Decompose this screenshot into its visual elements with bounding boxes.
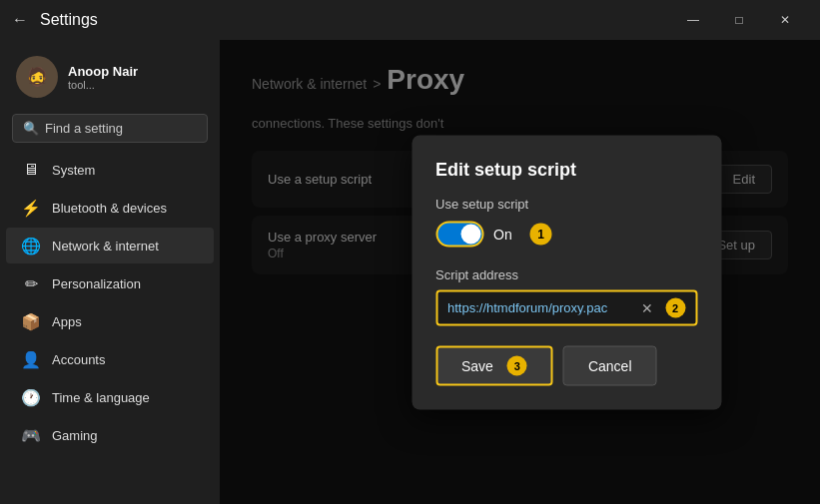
- dialog-title: Edit setup script: [435, 159, 697, 180]
- sidebar-item-system[interactable]: 🖥 System: [6, 152, 214, 188]
- sidebar-item-accounts[interactable]: 👤 Accounts: [6, 341, 214, 377]
- dialog-toggle-state: On: [493, 226, 512, 242]
- script-address-label: Script address: [435, 266, 697, 281]
- edit-setup-script-dialog: Edit setup script Use setup script On 1 …: [411, 135, 721, 409]
- user-account: tool...: [68, 79, 138, 91]
- sidebar-item-gaming[interactable]: 🎮 Gaming: [6, 417, 214, 453]
- sidebar: 🧔 Anoop Nair tool... 🔍 Find a setting 🖥 …: [0, 40, 220, 504]
- maximize-button[interactable]: □: [716, 4, 762, 36]
- step-badge-1: 1: [530, 223, 552, 245]
- sidebar-item-personalization[interactable]: ✏ Personalization: [6, 265, 214, 301]
- avatar: 🧔: [16, 56, 58, 98]
- save-label: Save: [461, 357, 493, 373]
- user-info: Anoop Nair tool...: [68, 64, 138, 91]
- sidebar-item-label: Personalization: [52, 276, 141, 291]
- search-placeholder: Find a setting: [45, 121, 123, 136]
- script-address-input[interactable]: [447, 300, 635, 315]
- sidebar-item-label: Gaming: [52, 428, 98, 443]
- search-box[interactable]: 🔍 Find a setting: [12, 114, 208, 143]
- window-controls: — □ ✕: [670, 4, 808, 36]
- step-badge-3: 3: [507, 355, 527, 375]
- app-title: Settings: [40, 11, 98, 29]
- dialog-setup-script-toggle[interactable]: [435, 221, 483, 247]
- personalization-icon: ✏: [22, 274, 40, 292]
- sidebar-item-label: Time & language: [52, 390, 150, 405]
- toggle-field-label: Use setup script: [435, 196, 697, 211]
- dialog-actions: Save 3 Cancel: [435, 345, 697, 385]
- apps-icon: 📦: [22, 312, 40, 330]
- sidebar-item-apps[interactable]: 📦 Apps: [6, 303, 214, 339]
- sidebar-item-label: Network & internet: [52, 239, 159, 253]
- accounts-icon: 👤: [22, 350, 40, 368]
- save-button[interactable]: Save 3: [435, 345, 553, 385]
- title-bar: ← Settings — □ ✕: [0, 0, 820, 40]
- back-button[interactable]: ←: [12, 11, 28, 29]
- sidebar-item-label: Bluetooth & devices: [52, 201, 167, 216]
- minimize-button[interactable]: —: [670, 4, 716, 36]
- time-icon: 🕐: [22, 388, 40, 406]
- network-icon: 🌐: [22, 237, 40, 254]
- bluetooth-icon: ⚡: [22, 199, 40, 217]
- sidebar-item-bluetooth[interactable]: ⚡ Bluetooth & devices: [6, 190, 214, 226]
- user-name: Anoop Nair: [68, 64, 138, 79]
- step-badge-2: 2: [665, 297, 685, 317]
- search-icon: 🔍: [23, 121, 39, 136]
- sidebar-item-network[interactable]: 🌐 Network & internet: [6, 228, 214, 263]
- close-button[interactable]: ✕: [762, 4, 808, 36]
- sidebar-item-label: Apps: [52, 314, 82, 329]
- main-layout: 🧔 Anoop Nair tool... 🔍 Find a setting 🖥 …: [0, 40, 820, 504]
- sidebar-item-label: System: [52, 163, 95, 178]
- script-clear-button[interactable]: ✕: [639, 299, 655, 315]
- sidebar-item-time[interactable]: 🕐 Time & language: [6, 379, 214, 415]
- dialog-toggle-row: On 1: [435, 221, 697, 247]
- gaming-icon: 🎮: [22, 426, 40, 444]
- system-icon: 🖥: [22, 161, 40, 179]
- sidebar-item-label: Accounts: [52, 352, 105, 367]
- script-address-input-wrap[interactable]: ✕ 2: [435, 289, 697, 325]
- cancel-button[interactable]: Cancel: [563, 345, 657, 385]
- user-profile: 🧔 Anoop Nair tool...: [0, 48, 220, 110]
- content-area: Network & internet > Proxy connections. …: [220, 40, 820, 504]
